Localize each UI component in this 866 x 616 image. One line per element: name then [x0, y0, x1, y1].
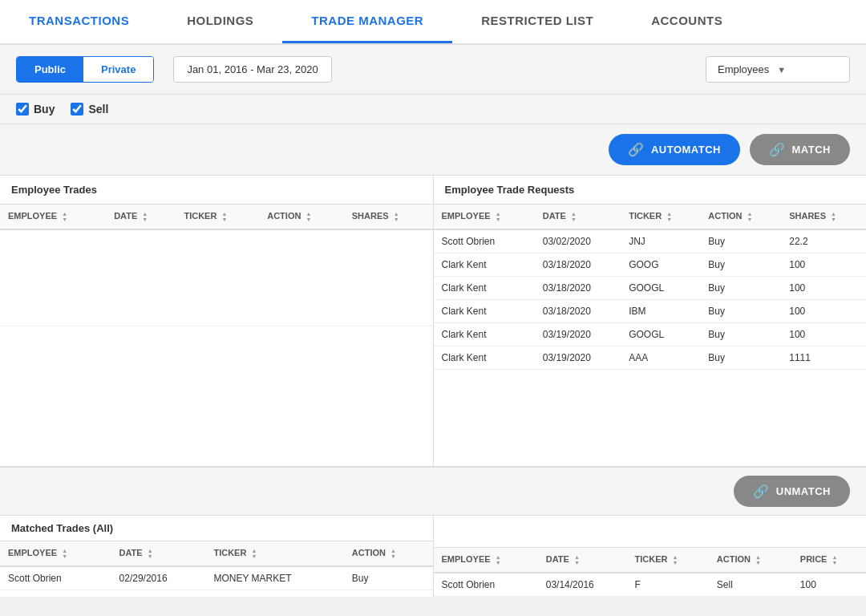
req-col-shares[interactable]: SHARES ▲▼ [781, 205, 866, 229]
matched-action: Buy [344, 566, 433, 590]
req-employee: Clark Kent [434, 323, 535, 346]
unmatch-link-icon: 🔗 [753, 484, 770, 499]
table-row[interactable]: Clark Kent 03/18/2020 IBM Buy 100 [434, 300, 867, 323]
matched-employee: Scott Obrien [0, 566, 111, 590]
req-shares: 100 [781, 323, 866, 346]
matched-right-col-date[interactable]: DATE ▲▼ [538, 548, 627, 573]
table-row[interactable]: Scott Obrien 02/29/2016 MONEY MARKET Buy [0, 566, 433, 590]
matched-right-col-price[interactable]: PRICE ▲▼ [792, 548, 866, 573]
sort-matched-date: ▲▼ [148, 548, 153, 559]
employee-trades-title: Employee Trades [0, 176, 433, 205]
req-date: 03/19/2020 [535, 323, 621, 346]
req-ticker: GOOGL [621, 323, 700, 346]
link-icon: 🔗 [628, 142, 645, 157]
sort-arrows-action: ▲▼ [306, 211, 311, 222]
unmatch-button[interactable]: 🔗 UNMATCH [734, 476, 850, 507]
req-ticker: JNJ [621, 229, 700, 253]
col-ticker[interactable]: TICKER ▲▼ [176, 205, 259, 229]
req-employee: Clark Kent [434, 253, 535, 277]
nav-holdings[interactable]: HOLDINGS [158, 0, 282, 43]
automatch-label: AUTOMATCH [651, 144, 721, 156]
req-ticker: GOOGL [621, 277, 700, 300]
sell-checkbox-label[interactable]: Sell [71, 103, 108, 116]
req-shares: 100 [781, 277, 866, 300]
buy-checkbox-label[interactable]: Buy [16, 103, 55, 116]
matched-ticker: MONEY MARKET [205, 566, 343, 590]
sort-arrows-date: ▲▼ [142, 211, 148, 222]
req-col-action[interactable]: ACTION ▲▼ [700, 205, 781, 229]
nav-transactions[interactable]: TRANSACTIONS [0, 0, 158, 43]
matched-right-col-ticker[interactable]: TICKER ▲▼ [626, 548, 708, 573]
table-row[interactable]: Clark Kent 03/19/2020 GOOGL Buy 100 [434, 323, 867, 346]
matched-right-col-action[interactable]: ACTION ▲▼ [709, 548, 792, 573]
public-button[interactable]: Public [17, 57, 83, 82]
matched-section: Matched Trades (All) EMPLOYEE ▲▼ DATE ▲▼ [0, 515, 866, 597]
matched-trades-right-panel: EMPLOYEE ▲▼ DATE ▲▼ TICKER ▲▼ ACTION [434, 516, 867, 597]
col-shares[interactable]: SHARES ▲▼ [344, 205, 433, 229]
matched-right-employee: Scott Obrien [434, 573, 538, 597]
sort-arrows-ticker: ▲▼ [221, 211, 227, 222]
action-row: 🔗 AUTOMATCH 🔗 MATCH [0, 124, 866, 176]
buy-checkbox[interactable] [16, 103, 29, 116]
nav-restricted-list[interactable]: RESTRICTED LIST [452, 0, 622, 43]
date-range-display[interactable]: Jan 01, 2016 - Mar 23, 2020 [173, 56, 331, 83]
matched-col-action[interactable]: ACTION ▲▼ [344, 541, 433, 566]
req-shares: 1111 [781, 346, 866, 370]
req-action: Buy [700, 346, 781, 370]
table-row[interactable]: Clark Kent 03/19/2020 AAA Buy 1111 [434, 346, 867, 370]
req-ticker: AAA [621, 346, 700, 370]
top-navigation: TRANSACTIONS HOLDINGS TRADE MANAGER REST… [0, 0, 866, 45]
req-action: Buy [700, 323, 781, 346]
chevron-down-icon: ▼ [777, 65, 786, 75]
sort-req-employee: ▲▼ [496, 211, 501, 222]
table-row[interactable]: Clark Kent 03/18/2020 GOOG Buy 100 [434, 253, 867, 277]
sort-req-shares: ▲▼ [831, 211, 836, 222]
matched-trades-right-table: EMPLOYEE ▲▼ DATE ▲▼ TICKER ▲▼ ACTION [434, 548, 867, 597]
req-shares: 100 [781, 300, 866, 323]
req-date: 03/18/2020 [535, 277, 621, 300]
col-date[interactable]: DATE ▲▼ [106, 205, 176, 229]
automatch-button[interactable]: 🔗 AUTOMATCH [609, 134, 740, 165]
req-col-employee[interactable]: EMPLOYEE ▲▼ [434, 205, 535, 229]
matched-col-ticker[interactable]: TICKER ▲▼ [205, 541, 343, 566]
bottom-section: 🔗 UNMATCH Matched Trades (All) EMPLOYEE … [0, 466, 866, 597]
table-row[interactable]: Clark Kent 03/18/2020 GOOGL Buy 100 [434, 277, 867, 300]
matched-right-action: Sell [709, 573, 792, 597]
private-button[interactable]: Private [83, 57, 153, 82]
req-col-date[interactable]: DATE ▲▼ [535, 205, 621, 229]
nav-trade-manager[interactable]: TRADE MANAGER [282, 0, 452, 43]
requests-empty-area [434, 370, 867, 466]
matched-trades-left-panel: Matched Trades (All) EMPLOYEE ▲▼ DATE ▲▼ [0, 516, 434, 597]
sort-arrows-shares: ▲▼ [394, 211, 399, 222]
sell-checkbox[interactable] [71, 103, 83, 116]
sort-mright-employee: ▲▼ [496, 554, 501, 565]
col-action[interactable]: ACTION ▲▼ [259, 205, 344, 229]
matched-trades-left-table: EMPLOYEE ▲▼ DATE ▲▼ TICKER ▲▼ ACTION [0, 541, 433, 590]
employees-dropdown[interactable]: Employees ▼ [706, 56, 850, 83]
req-employee: Clark Kent [434, 346, 535, 370]
sort-matched-employee: ▲▼ [62, 548, 67, 559]
table-row[interactable]: Scott Obrien 03/14/2016 F Sell 100 [434, 573, 867, 597]
matched-left-header: EMPLOYEE ▲▼ DATE ▲▼ TICKER ▲▼ ACTION [0, 541, 433, 566]
employee-trade-requests-title: Employee Trade Requests [434, 176, 867, 205]
col-employee[interactable]: EMPLOYEE ▲▼ [0, 205, 106, 229]
req-action: Buy [700, 253, 781, 277]
matched-col-date[interactable]: DATE ▲▼ [111, 541, 206, 566]
sort-req-date: ▲▼ [571, 211, 577, 222]
req-employee: Scott Obrien [434, 229, 535, 253]
req-col-ticker[interactable]: TICKER ▲▼ [621, 205, 700, 229]
req-ticker: GOOG [621, 253, 700, 277]
req-action: Buy [700, 229, 781, 253]
table-row[interactable]: Scott Obrien 03/02/2020 JNJ Buy 22.2 [434, 229, 867, 253]
bottom-action-row: 🔗 UNMATCH [0, 468, 866, 515]
empty-trades-area [0, 229, 433, 326]
sort-req-action: ▲▼ [747, 211, 753, 222]
matched-date: 02/29/2016 [111, 566, 206, 590]
matched-right-price: 100 [792, 573, 866, 597]
match-button[interactable]: 🔗 MATCH [750, 134, 850, 165]
matched-right-col-employee[interactable]: EMPLOYEE ▲▼ [434, 548, 538, 573]
nav-accounts[interactable]: ACCOUNTS [622, 0, 751, 43]
requests-header-row: EMPLOYEE ▲▼ DATE ▲▼ TICKER ▲▼ ACTION ▲▼ [434, 205, 867, 229]
employee-trade-requests-table: EMPLOYEE ▲▼ DATE ▲▼ TICKER ▲▼ ACTION ▲▼ [434, 205, 867, 370]
matched-col-employee[interactable]: EMPLOYEE ▲▼ [0, 541, 111, 566]
